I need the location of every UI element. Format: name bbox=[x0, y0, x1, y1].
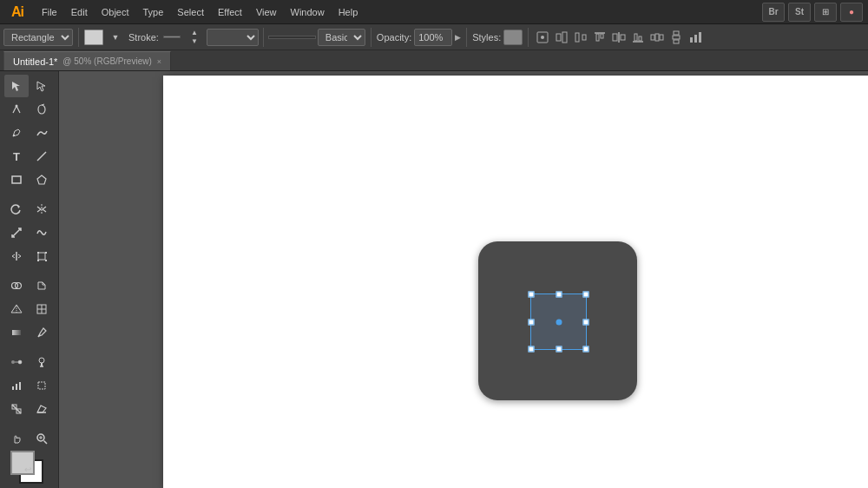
svg-rect-22 bbox=[694, 35, 697, 43]
svg-rect-19 bbox=[674, 40, 679, 43]
tab-close-btn[interactable]: × bbox=[157, 52, 161, 71]
type-tool[interactable]: T bbox=[4, 145, 29, 168]
tab-subtitle: @ 50% (RGB/Preview) bbox=[62, 52, 151, 71]
styles-swatch[interactable] bbox=[503, 30, 523, 45]
align-horiz-icon[interactable] bbox=[534, 29, 551, 46]
width-tool[interactable] bbox=[4, 245, 29, 267]
handle-tr[interactable] bbox=[583, 292, 589, 298]
fill-swatch[interactable] bbox=[84, 30, 103, 45]
distribute-v-icon[interactable] bbox=[667, 29, 685, 46]
eraser-tool[interactable] bbox=[30, 398, 54, 420]
align-vert-icon[interactable] bbox=[553, 29, 570, 46]
stroke-down[interactable]: ▼ bbox=[185, 37, 204, 46]
line-tool[interactable] bbox=[30, 145, 54, 168]
align-vcenter-icon[interactable] bbox=[610, 29, 628, 46]
stock-icon-btn[interactable]: St bbox=[788, 3, 811, 22]
menu-effect[interactable]: Effect bbox=[211, 0, 249, 24]
selected-object[interactable] bbox=[530, 293, 587, 350]
handle-tl[interactable] bbox=[529, 292, 535, 298]
svg-rect-3 bbox=[562, 32, 567, 43]
distribute-h-icon[interactable] bbox=[648, 29, 666, 46]
svg-rect-17 bbox=[655, 34, 659, 41]
pen-tool[interactable] bbox=[4, 98, 29, 121]
opacity-input[interactable] bbox=[414, 29, 452, 46]
center-handle[interactable] bbox=[556, 319, 562, 325]
reflect-tool[interactable] bbox=[30, 198, 54, 221]
color-reset-icon[interactable]: ↩ bbox=[24, 465, 31, 474]
tool-row-builder bbox=[4, 274, 54, 297]
svg-rect-20 bbox=[673, 36, 680, 39]
artboard-tool[interactable] bbox=[30, 374, 54, 397]
blend-tool[interactable] bbox=[4, 351, 29, 373]
svg-rect-16 bbox=[660, 35, 663, 40]
menu-edit[interactable]: Edit bbox=[64, 0, 95, 24]
svg-line-26 bbox=[42, 104, 44, 105]
smooth-tool[interactable] bbox=[30, 122, 54, 144]
slice-tool[interactable] bbox=[4, 398, 29, 420]
fill-arrow[interactable]: ▼ bbox=[106, 28, 125, 47]
svg-line-28 bbox=[37, 152, 46, 161]
svg-rect-47 bbox=[12, 330, 21, 335]
tabs-bar: Untitled-1* @ 50% (RGB/Preview) × bbox=[0, 50, 868, 71]
stroke-options-select[interactable] bbox=[207, 29, 259, 46]
free-transform-tool[interactable] bbox=[30, 245, 54, 267]
chart-icon[interactable] bbox=[687, 29, 704, 46]
bridge-icon-btn[interactable]: Br bbox=[762, 3, 785, 22]
gradient-tool[interactable] bbox=[4, 321, 29, 344]
blob-brush-tool[interactable] bbox=[30, 98, 54, 121]
layout-icon-btn[interactable]: ⊞ bbox=[814, 3, 837, 22]
shape-builder-tool[interactable] bbox=[4, 274, 29, 297]
active-tab[interactable]: Untitled-1* @ 50% (RGB/Preview) × bbox=[3, 51, 171, 70]
hand-tool[interactable] bbox=[4, 427, 29, 450]
handle-bc[interactable] bbox=[556, 346, 562, 353]
handle-br[interactable] bbox=[583, 346, 589, 353]
stroke-up[interactable]: ▲ bbox=[185, 29, 204, 37]
align-top-icon[interactable] bbox=[591, 29, 608, 46]
handle-ml[interactable] bbox=[529, 319, 535, 325]
handle-mr[interactable] bbox=[583, 319, 589, 325]
kuler-icon-btn[interactable]: ● bbox=[840, 3, 863, 22]
menu-select[interactable]: Select bbox=[170, 0, 211, 24]
perspective-grid-tool[interactable] bbox=[4, 298, 29, 320]
mesh-tool[interactable] bbox=[30, 298, 54, 320]
svg-line-64 bbox=[44, 441, 48, 445]
rectangle-tool[interactable] bbox=[4, 168, 29, 191]
warp-tool[interactable] bbox=[30, 221, 54, 244]
shape-select[interactable]: Rectangle bbox=[3, 29, 73, 46]
handle-bl[interactable] bbox=[529, 346, 535, 353]
svg-rect-58 bbox=[38, 382, 45, 389]
svg-point-50 bbox=[18, 360, 22, 364]
svg-rect-39 bbox=[37, 260, 39, 261]
selection-tool[interactable] bbox=[4, 75, 29, 97]
live-paint-tool[interactable] bbox=[30, 274, 54, 297]
opacity-group: Opacity: ▶ bbox=[377, 27, 461, 48]
zoom-tool[interactable] bbox=[30, 427, 54, 450]
distribute-icon[interactable] bbox=[572, 29, 589, 46]
opacity-arrow[interactable]: ▶ bbox=[455, 33, 461, 42]
menu-type[interactable]: Type bbox=[136, 0, 171, 24]
tab-title: Untitled-1* bbox=[13, 52, 57, 71]
tool-row-graph bbox=[4, 374, 54, 397]
menu-window[interactable]: Window bbox=[284, 0, 332, 24]
toolbar-divider-5 bbox=[528, 28, 529, 47]
graph-tool[interactable] bbox=[4, 374, 29, 397]
menu-object[interactable]: Object bbox=[95, 0, 136, 24]
symbol-sprayer-tool[interactable] bbox=[30, 351, 54, 373]
direct-selection-tool[interactable] bbox=[30, 75, 54, 97]
menu-file[interactable]: File bbox=[35, 0, 64, 24]
stroke-style-select[interactable]: Basic bbox=[318, 29, 365, 46]
tool-row-type: T bbox=[4, 145, 54, 168]
handle-tc[interactable] bbox=[556, 292, 562, 298]
align-bottom-icon[interactable] bbox=[629, 29, 647, 46]
scale-tool[interactable] bbox=[4, 221, 29, 244]
eyedropper-tool[interactable] bbox=[30, 321, 54, 344]
dark-rounded-rect[interactable] bbox=[478, 241, 637, 400]
pencil-tool[interactable] bbox=[4, 122, 29, 144]
shaper-tool[interactable] bbox=[30, 168, 54, 191]
canvas-area[interactable] bbox=[59, 71, 868, 488]
color-swatches-area: ↩ bbox=[10, 451, 49, 485]
menu-help[interactable]: Help bbox=[332, 0, 365, 24]
svg-point-49 bbox=[11, 360, 15, 364]
menu-view[interactable]: View bbox=[249, 0, 284, 24]
rotate-tool[interactable] bbox=[4, 198, 29, 221]
